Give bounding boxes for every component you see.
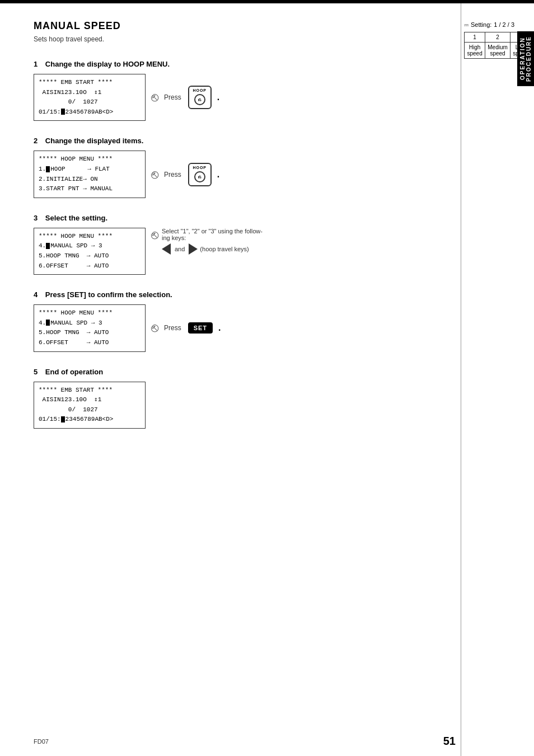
step-2-screen: ***** HOOP MENU **** 1.HOOP → FLAT 2.INI…	[34, 151, 146, 198]
step-1-screen: ***** EMB START **** AISIN123.10O ⇕1 0/ …	[34, 74, 146, 121]
and-text: and	[175, 246, 185, 252]
hoop-circle-1: ⎌	[194, 94, 205, 105]
hoop-label-top-2: HOOP	[193, 166, 207, 170]
step-4-press-label: Press	[164, 324, 181, 332]
step-2-heading: 2 Change the displayed items.	[34, 137, 438, 145]
step-1-arrow-icon: ⎋	[151, 90, 158, 105]
step-3-heading: 3 Select the setting.	[34, 214, 438, 222]
step-2-number: 2	[34, 137, 38, 145]
operation-procedure-label: OPERATION PROCEDURE	[517, 31, 534, 86]
step-1-dot: .	[217, 92, 219, 102]
cell-high-speed: High speed	[465, 43, 485, 59]
step-2-section: 2 Change the displayed items. ***** HOOP…	[34, 137, 438, 198]
step-2-press-label: Press	[164, 171, 181, 179]
step-1-hoop-button[interactable]: HOOP ⎌	[188, 86, 212, 109]
setting-icon: ⎓	[464, 20, 469, 29]
step-3-section: 3 Select the setting. ***** HOOP MENU **…	[34, 214, 438, 275]
step-3-number: 3	[34, 214, 38, 222]
step-1-heading: 1 Change the display to HOOP MENU.	[34, 60, 438, 68]
step-5-heading: 5 End of operation	[34, 368, 438, 376]
footer-left: FD07	[34, 738, 49, 745]
step-4-section: 4 Press [SET] to confirm the selection. …	[34, 290, 438, 351]
step-1-press-label: Press	[164, 93, 181, 101]
step-3-arrow-icon: ⎋	[151, 228, 158, 242]
step-1-row: ***** EMB START **** AISIN123.10O ⇕1 0/ …	[34, 74, 438, 121]
col-header-1: 1	[465, 32, 485, 43]
step-2-dot: .	[217, 170, 219, 180]
main-content: MANUAL SPEED Sets hoop travel speed. 1 C…	[0, 3, 461, 756]
left-arrow-key	[162, 243, 171, 255]
setting-title: ⎓ Setting: 1 / 2 / 3	[464, 20, 531, 29]
hoop-circle-2: ⎌	[194, 171, 205, 182]
set-button[interactable]: SET	[188, 322, 213, 334]
step-5-row: ***** EMB START **** AISIN123.10O ⇕1 0/ …	[34, 382, 438, 429]
step-4-dot: .	[218, 323, 221, 333]
footer-page-number: 51	[443, 735, 456, 748]
travel-keys: and (hoop travel keys)	[162, 243, 263, 255]
step-3-instruction: Select "1", "2" or "3" using the follow-…	[162, 228, 263, 255]
step-2-hoop-button[interactable]: HOOP ⎌	[188, 163, 212, 186]
right-arrow-key	[189, 243, 198, 255]
step-5-number: 5	[34, 368, 38, 376]
hoop-travel-label: (hoop travel keys)	[200, 246, 249, 252]
step-3-screen: ***** HOOP MENU **** 4.MANUAL SPD → 3 5.…	[34, 228, 146, 275]
step-2-arrow-icon: ⎋	[151, 167, 158, 182]
page-subtitle: Sets hoop travel speed.	[34, 35, 438, 43]
col-header-2: 2	[485, 32, 510, 43]
step-4-screen: ***** HOOP MENU **** 4.MANUAL SPD → 3 5.…	[34, 304, 146, 351]
step-2-row: ***** HOOP MENU **** 1.HOOP → FLAT 2.INI…	[34, 151, 438, 198]
step-4-arrow-icon: ⎋	[151, 321, 158, 335]
step-4-number: 4	[34, 290, 38, 299]
hoop-label-top-1: HOOP	[193, 88, 207, 92]
step-1-section: 1 Change the display to HOOP MENU. *****…	[34, 60, 438, 121]
step-1-number: 1	[34, 60, 38, 68]
cell-medium-speed: Medium speed	[485, 43, 510, 59]
right-sidebar: ⎓ Setting: 1 / 2 / 3 1 2 3 High speed Me…	[461, 3, 534, 756]
step-4-heading: 4 Press [SET] to confirm the selection.	[34, 290, 438, 299]
page-title: MANUAL SPEED	[34, 20, 438, 32]
step-5-section: 5 End of operation ***** EMB START **** …	[34, 368, 438, 429]
footer: FD07 51	[34, 735, 534, 748]
step-4-row: ***** HOOP MENU **** 4.MANUAL SPD → 3 5.…	[34, 304, 438, 351]
step-3-row: ***** HOOP MENU **** 4.MANUAL SPD → 3 5.…	[34, 228, 438, 275]
step-5-screen: ***** EMB START **** AISIN123.10O ⇕1 0/ …	[34, 382, 146, 429]
